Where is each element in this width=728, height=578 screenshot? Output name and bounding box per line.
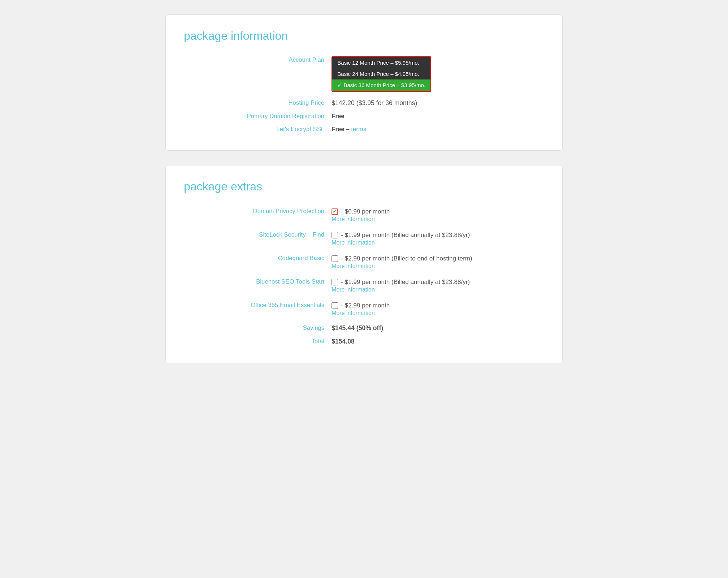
hosting-price-row: Hosting Price $142.20 ($3.95 for 36 mont… bbox=[184, 96, 544, 110]
extras-checkbox-1[interactable] bbox=[332, 232, 338, 238]
extras-label-3: Bluehost SEO Tools Start bbox=[184, 275, 328, 298]
total-value: $154.08 bbox=[328, 335, 544, 348]
savings-value: $145.44 (50% off) bbox=[328, 322, 544, 335]
ssl-terms-link[interactable]: terms bbox=[351, 126, 366, 133]
extras-more-info-3[interactable]: More information bbox=[332, 286, 541, 293]
package-extras-table: Domain Privacy Protection- $0.99 per mon… bbox=[184, 204, 544, 348]
account-plan-row: Account Plan Basic 12 Month Price – $5.9… bbox=[184, 53, 544, 96]
extras-value-0: - $0.99 per monthMore information bbox=[328, 204, 544, 228]
account-plan-label: Account Plan bbox=[184, 53, 328, 96]
package-info-title: package information bbox=[184, 29, 544, 43]
savings-label: Savings bbox=[184, 322, 328, 335]
extras-price-0: - $0.99 per month bbox=[341, 208, 390, 215]
extras-checkbox-3[interactable] bbox=[332, 279, 338, 285]
extras-price-1: - $1.99 per month (Billed annually at $2… bbox=[341, 231, 470, 239]
extras-checkbox-wrapper-4: - $2.99 per month bbox=[332, 302, 541, 309]
domain-registration-value: Free bbox=[328, 110, 544, 123]
hosting-price-label: Hosting Price bbox=[184, 96, 328, 110]
ssl-separator: – bbox=[346, 126, 351, 133]
extras-checkbox-wrapper-3: - $1.99 per month (Billed annually at $2… bbox=[332, 278, 541, 286]
extras-more-info-4[interactable]: More information bbox=[332, 310, 541, 316]
extras-price-3: - $1.99 per month (Billed annually at $2… bbox=[341, 278, 470, 286]
package-extras-card: package extras Domain Privacy Protection… bbox=[165, 165, 563, 363]
extras-label-1: SiteLock Security – Find bbox=[184, 228, 328, 251]
domain-registration-row: Primary Domain Registration Free bbox=[184, 110, 544, 123]
extras-row-1: SiteLock Security – Find- $1.99 per mont… bbox=[184, 228, 544, 251]
dropdown-item-12month[interactable]: Basic 12 Month Price – $5.95/mo. bbox=[332, 57, 430, 68]
extras-checkbox-checked-0[interactable] bbox=[332, 208, 338, 215]
extras-row-2: Codeguard Basic- $2.99 per month (Billed… bbox=[184, 251, 544, 275]
extras-value-2: - $2.99 per month (Billed to end of host… bbox=[328, 251, 544, 275]
extras-checkbox-4[interactable] bbox=[332, 302, 338, 309]
extras-checkbox-wrapper-0: - $0.99 per month bbox=[332, 208, 541, 215]
package-info-card: package information Account Plan Basic 1… bbox=[165, 14, 563, 151]
package-info-table: Account Plan Basic 12 Month Price – $5.9… bbox=[184, 53, 544, 136]
dropdown-item-36month[interactable]: Basic 36 Month Price – $3.95/mo. bbox=[332, 79, 430, 91]
extras-value-4: - $2.99 per monthMore information bbox=[328, 298, 544, 322]
extras-value-3: - $1.99 per month (Billed annually at $2… bbox=[328, 275, 544, 298]
dropdown-menu[interactable]: Basic 12 Month Price – $5.95/mo. Basic 2… bbox=[332, 56, 431, 92]
hosting-price-value: $142.20 ($3.95 for 36 months) bbox=[328, 96, 544, 110]
extras-value-1: - $1.99 per month (Billed annually at $2… bbox=[328, 228, 544, 251]
extras-price-2: - $2.99 per month (Billed to end of host… bbox=[341, 255, 472, 262]
extras-more-info-2[interactable]: More information bbox=[332, 263, 541, 269]
extras-price-4: - $2.99 per month bbox=[341, 302, 390, 309]
savings-row: Savings $145.44 (50% off) bbox=[184, 322, 544, 335]
extras-label-2: Codeguard Basic bbox=[184, 251, 328, 275]
ssl-value: Free – terms bbox=[328, 123, 544, 136]
extras-more-info-0[interactable]: More information bbox=[332, 216, 541, 223]
account-plan-dropdown[interactable]: Basic 12 Month Price – $5.95/mo. Basic 2… bbox=[332, 56, 431, 92]
extras-row-3: Bluehost SEO Tools Start- $1.99 per mont… bbox=[184, 275, 544, 298]
extras-row-0: Domain Privacy Protection- $0.99 per mon… bbox=[184, 204, 544, 228]
extras-row-4: Office 365 Email Essentials- $2.99 per m… bbox=[184, 298, 544, 322]
package-extras-title: package extras bbox=[184, 180, 544, 193]
extras-checkbox-wrapper-2: - $2.99 per month (Billed to end of host… bbox=[332, 255, 541, 262]
extras-label-0: Domain Privacy Protection bbox=[184, 204, 328, 228]
extras-checkbox-wrapper-1: - $1.99 per month (Billed annually at $2… bbox=[332, 231, 541, 239]
ssl-label: Let's Encrypt SSL bbox=[184, 123, 328, 136]
domain-registration-label: Primary Domain Registration bbox=[184, 110, 328, 123]
total-label: Total bbox=[184, 335, 328, 348]
dropdown-item-24month[interactable]: Basic 24 Month Price – $4.95/mo. bbox=[332, 68, 430, 79]
ssl-row: Let's Encrypt SSL Free – terms bbox=[184, 123, 544, 136]
account-plan-value[interactable]: Basic 12 Month Price – $5.95/mo. Basic 2… bbox=[328, 53, 544, 96]
total-row: Total $154.08 bbox=[184, 335, 544, 348]
extras-checkbox-2[interactable] bbox=[332, 255, 338, 262]
extras-more-info-1[interactable]: More information bbox=[332, 240, 541, 246]
extras-label-4: Office 365 Email Essentials bbox=[184, 298, 328, 322]
